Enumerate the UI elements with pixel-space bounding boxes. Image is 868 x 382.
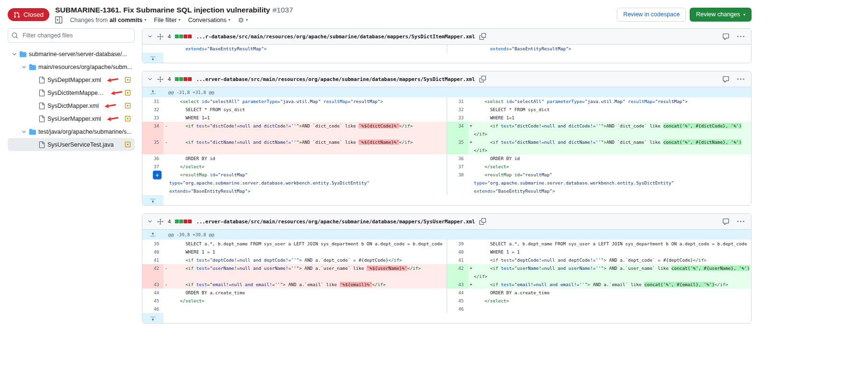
diffstat — [175, 77, 192, 81]
line-number[interactable]: 44 — [142, 289, 163, 297]
line-number[interactable]: 46 — [447, 305, 468, 313]
code-cell: SELECT a.*, b.dept_name FROM sys_user a … — [468, 240, 752, 248]
line-number[interactable]: 39 — [142, 240, 163, 248]
line-number[interactable]: 35 — [142, 138, 163, 154]
tree-file-row[interactable]: SysDeptMapper.xml — [8, 73, 135, 86]
line-number[interactable]: 36 — [447, 154, 468, 162]
code-line: SELECT * FROM sys_dict — [474, 105, 752, 114]
line-number[interactable]: 44 — [447, 289, 468, 297]
kebab-icon — [737, 76, 744, 83]
line-number[interactable]: 43 — [142, 280, 163, 289]
code-cell: extends="BaseEntityResultMap"> — [163, 45, 447, 53]
line-number[interactable]: 41 — [447, 256, 468, 264]
expand-down-button[interactable] — [142, 195, 163, 205]
expand-down-button[interactable] — [142, 53, 163, 63]
line-number[interactable]: 45 — [447, 297, 468, 305]
line-number[interactable]: 32 — [142, 105, 163, 114]
code-line: </select> — [169, 297, 447, 305]
file-path-link[interactable]: ...erver-database/src/main/resources/org… — [196, 219, 475, 224]
line-number[interactable]: 39 — [447, 240, 468, 248]
caret-down-icon: ▾ — [246, 18, 248, 22]
file-filter-dropdown[interactable]: File filter ▾ — [154, 17, 180, 23]
code-cell: <if test="deptCode!=null and deptCode!='… — [163, 256, 447, 264]
file-options-button[interactable] — [737, 218, 744, 225]
file-header-actions — [722, 218, 746, 225]
diff-settings-dropdown[interactable]: ⚙ ▾ — [238, 17, 248, 23]
drag-handle-icon[interactable] — [157, 34, 163, 40]
code-cell: <if test="deptCode!=null and deptCode!='… — [468, 256, 752, 264]
diffstat-square — [184, 77, 187, 81]
review-in-codespace-button[interactable]: Review in codespace — [617, 8, 686, 22]
code-line: SELECT * FROM sys_dict — [169, 105, 447, 114]
annotation-arrow — [106, 115, 119, 122]
copy-path-button[interactable] — [479, 76, 486, 82]
line-number[interactable]: 36 — [142, 154, 163, 162]
code-cell: </select> — [468, 162, 752, 171]
line-number[interactable]: 46 — [142, 305, 163, 313]
expand-hunk-up-button[interactable] — [142, 87, 163, 97]
comment-button[interactable] — [722, 33, 729, 40]
line-number[interactable]: 35 — [447, 138, 468, 154]
sidebar-collapse-icon — [55, 16, 62, 23]
collapse-file-button[interactable] — [147, 219, 153, 224]
changed-lines-count: 4 — [168, 219, 171, 224]
tree-folder-row[interactable]: test/java/org/apache/submarine/s... — [8, 125, 135, 138]
conversations-dropdown[interactable]: Conversations ▾ — [188, 17, 231, 23]
pr-number[interactable]: #1037 — [273, 6, 293, 14]
line-number[interactable]: 41 — [142, 256, 163, 264]
add-comment-button[interactable]: + — [153, 171, 162, 179]
code-cell: - <if test="email!=null and email!=''"> … — [163, 280, 447, 289]
comment-icon — [722, 218, 729, 225]
tree-file-row[interactable]: SysUserServiceTest.java — [8, 138, 135, 151]
code-cell: SELECT a.*, b.dept_name FROM sys_user a … — [163, 240, 447, 248]
expand-hunk-up-button[interactable] — [142, 230, 163, 240]
collapse-file-button[interactable] — [147, 76, 153, 82]
collapse-file-button[interactable] — [147, 34, 153, 39]
code-cell: ORDER BY a.create_time — [163, 289, 447, 297]
changes-from-dropdown[interactable]: Changes from all commits ▾ — [70, 17, 146, 23]
tree-folder-row[interactable]: main/resources/org/apache/subm... — [8, 60, 135, 73]
file-options-button[interactable] — [737, 76, 744, 83]
copy-path-button[interactable] — [479, 33, 486, 40]
tree-file-row[interactable]: SysUserMapper.xml — [8, 112, 135, 125]
review-changes-button[interactable]: Review changes ▾ — [690, 8, 752, 22]
file-path-link[interactable]: ...r-database/src/main/resources/org/apa… — [196, 34, 475, 39]
line-number[interactable]: 42 — [142, 264, 163, 280]
file-options-button[interactable] — [737, 33, 744, 40]
drag-handle-icon[interactable] — [157, 76, 163, 82]
line-number[interactable]: 43 — [447, 280, 468, 289]
hunk-header: @@ -31,8 +31,8 @@ — [163, 87, 751, 97]
line-number[interactable]: 33 — [447, 114, 468, 122]
line-number[interactable]: 45 — [142, 297, 163, 305]
file-header: 4...erver-database/src/main/resources/or… — [142, 214, 751, 230]
code-cell: SELECT * FROM sys_dict — [468, 105, 752, 114]
line-number[interactable]: 34 — [142, 122, 163, 138]
comment-button[interactable] — [722, 76, 729, 83]
line-number[interactable]: 34 — [447, 122, 468, 138]
code-line: <if test="dictName!=null and dictName!='… — [474, 138, 752, 154]
toggle-file-tree-button[interactable] — [55, 16, 62, 23]
line-number[interactable]: 37 — [447, 162, 468, 171]
line-number[interactable]: 38 — [447, 171, 468, 195]
copy-path-button[interactable] — [479, 218, 486, 225]
line-number[interactable]: 32 — [447, 105, 468, 114]
line-number[interactable]: 37 — [142, 162, 163, 171]
line-number[interactable]: 40 — [142, 248, 163, 256]
line-number[interactable]: 31 — [142, 97, 163, 105]
changed-lines-count: 4 — [168, 76, 171, 82]
code-cell: WHERE 1=1 — [468, 114, 752, 122]
file-path-link[interactable]: ...erver-database/src/main/resources/org… — [196, 76, 475, 82]
line-number[interactable]: 40 — [447, 248, 468, 256]
line-number[interactable]: 42 — [447, 264, 468, 280]
drag-handle-icon[interactable] — [157, 219, 163, 225]
line-number[interactable]: 33 — [142, 114, 163, 122]
tree-file-row[interactable]: SysDictItemMapper.xml — [8, 86, 135, 99]
pr-title: SUBMARINE-1361. Fix Submarine SQL inject… — [55, 6, 270, 14]
expand-row-filler — [163, 195, 751, 205]
tree-file-row[interactable]: SysDictMapper.xml — [8, 99, 135, 112]
file-filter-input[interactable] — [8, 28, 135, 43]
comment-button[interactable] — [722, 218, 729, 225]
expand-down-button[interactable] — [142, 313, 163, 323]
tree-folder-row[interactable]: submarine-server/server-database/... — [8, 47, 135, 60]
line-number[interactable]: 31 — [447, 97, 468, 105]
